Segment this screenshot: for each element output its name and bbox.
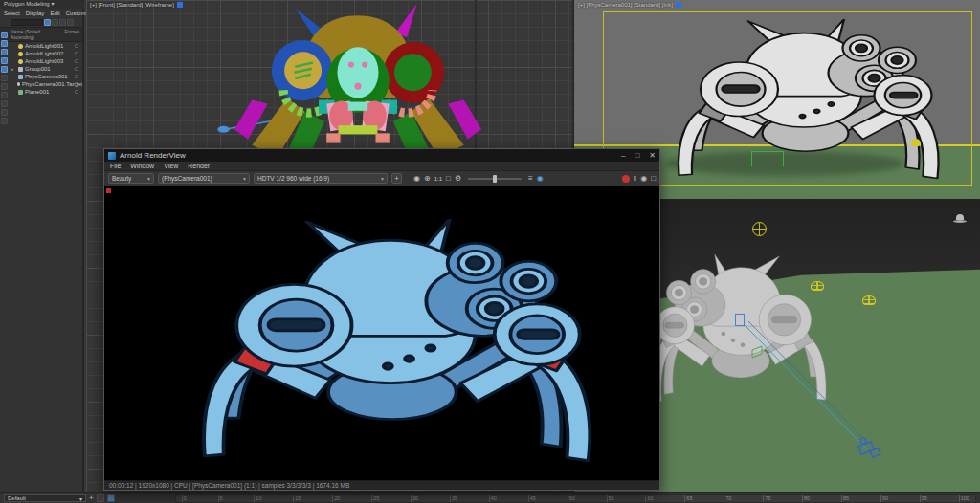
timeline-tick[interactable]: 85 [841,495,849,502]
settings-gear-icon[interactable]: ⚙ [455,173,461,184]
explorer-column-header[interactable]: Name (Sorted Ascending) Frozen [0,27,82,42]
settings-icon[interactable] [67,19,74,26]
pause-icon[interactable]: ‖ [634,173,636,184]
timeline-tick[interactable]: 45 [528,495,536,502]
frozen-toggle[interactable] [75,67,78,71]
timeline-tick[interactable]: 5 [218,495,223,502]
timeline-tick[interactable]: 80 [802,495,810,502]
list-item[interactable]: ArnoldLight003 [10,57,82,65]
frozen-toggle[interactable] [75,82,78,86]
filter-bones-icon[interactable] [1,100,8,107]
list-item[interactable]: PhysCamera001.Target [10,80,82,88]
aov-dropdown[interactable]: Beauty▾ [108,173,154,184]
slider-handle[interactable] [493,175,497,183]
zoom-level-button[interactable]: 1:1 [434,176,442,182]
explorer-search-input[interactable] [11,19,43,26]
timeline-tick[interactable]: 10 [254,495,261,502]
object-name[interactable]: ArnoldLight001 [25,43,63,49]
list-item[interactable]: ArnoldLight001 [10,42,82,50]
viewcube-home-icon[interactable] [953,214,967,223]
timeline-tick[interactable]: 65 [684,495,692,502]
filter-materials-icon[interactable] [1,118,8,124]
timeline-tick[interactable]: 75 [763,495,770,502]
renderview-menu-item[interactable]: Render [188,163,210,169]
timeline-tick[interactable]: 60 [645,495,653,502]
timeline-tick[interactable]: 55 [607,495,614,502]
timeline-tick[interactable]: 30 [411,495,418,502]
viewport-front-label[interactable]: [+] [Front] [Standard] [Wireframe] [90,2,174,8]
object-name[interactable]: Group001 [25,66,51,72]
object-name[interactable]: PhysCamera001 [25,74,68,79]
list-item[interactable]: ArnoldLight002 [10,50,82,57]
object-name[interactable]: ArnoldLight002 [25,51,63,56]
timeline-tick[interactable]: 40 [489,495,497,502]
renderview-menu-item[interactable]: Window [130,163,154,169]
maximize-button[interactable]: □ [635,151,639,160]
resolution-dropdown[interactable]: HDTV 1/2 960 wide (16:9)▾ [254,173,388,184]
timeline-tick[interactable]: 50 [568,495,575,502]
timeline-tick[interactable]: 25 [371,495,379,502]
snapshot-icon[interactable]: ◉ [640,173,647,184]
frozen-column-header[interactable]: Frozen [64,29,79,40]
explorer-menu-item[interactable]: Edit [50,11,59,16]
abort-render-button[interactable] [622,175,630,183]
filter-containers-icon[interactable] [1,109,8,116]
filter-spacewarps-icon[interactable] [1,75,8,81]
filter-lights-icon[interactable] [1,49,8,55]
minimize-button[interactable]: – [621,151,625,160]
viewport-camera-label[interactable]: [+] [PhysCamera001] [Standard] [Ink] [578,2,673,8]
frozen-toggle[interactable] [75,44,78,48]
timeline-trackbar[interactable]: 0510152025303540455055606570758085909510… [175,494,976,503]
timeline-tick[interactable]: 70 [724,495,731,502]
menu-icon[interactable]: ≡ [528,173,533,184]
timeline-tick[interactable]: 0 [182,495,187,502]
explorer-menu-item[interactable]: Display [26,11,45,16]
object-name[interactable]: Plane001 [25,89,49,95]
light-gizmo-icon[interactable] [862,295,876,305]
timeline-tick[interactable]: 35 [450,495,457,502]
isolate-icon[interactable] [107,494,115,502]
lock-icon[interactable] [52,19,58,26]
expand-arrow-icon[interactable]: ▸ [11,66,16,72]
layout-panel-icon[interactable]: □ [651,173,656,184]
filter-shapes-icon[interactable] [1,40,8,47]
filter-xrefs-icon[interactable] [1,92,8,98]
filter-geometry-icon[interactable] [1,32,8,38]
viewport-lock-icon[interactable] [177,2,183,8]
ipr-icon[interactable]: ◉ [537,173,544,184]
crop-region-handle[interactable] [106,188,111,193]
list-item[interactable]: ▸ Group001 [10,65,82,73]
renderview-menu-item[interactable]: File [110,163,121,169]
timeline-tick[interactable]: 90 [880,495,888,502]
light-gizmo-icon[interactable] [752,222,767,236]
display-all-icon[interactable] [44,19,51,26]
viewport-lock-icon[interactable] [676,2,681,8]
filter-cameras-icon[interactable] [1,57,8,64]
add-aov-button[interactable]: + [391,173,402,184]
frozen-toggle[interactable] [75,75,78,78]
timeline-tick[interactable]: 20 [332,495,340,502]
filter-groups-icon[interactable] [1,83,8,90]
add-button[interactable]: + [89,494,94,502]
object-name[interactable]: ArnoldLight003 [25,58,63,64]
ribbon-tab-polygon-modeling[interactable]: Polygon Modeling ▾ [4,1,54,7]
track-selection-icon[interactable]: ⊕ [424,173,431,184]
frozen-toggle[interactable] [75,90,78,94]
frozen-toggle[interactable] [75,52,78,55]
renderview-titlebar[interactable]: Arnold RenderView – □ ✕ [104,149,659,162]
camera-dropdown[interactable]: (PhysCamera001)▾ [158,173,250,184]
exposure-slider[interactable] [468,178,522,180]
edit-set-icon[interactable] [97,494,104,502]
snapshot-icon[interactable]: ◉ [413,173,420,184]
selection-set-dropdown[interactable]: Default ▾ [4,494,86,502]
light-gizmo-icon[interactable] [811,281,824,291]
list-item[interactable]: Plane001 [10,88,82,96]
fit-view-icon[interactable]: □ [446,173,451,184]
timeline-tick[interactable]: 95 [920,495,927,502]
filter-helpers-icon[interactable] [1,66,8,73]
name-column-header[interactable]: Name (Sorted Ascending) [11,29,64,40]
timeline-tick[interactable]: 15 [293,495,301,502]
pick-icon[interactable] [59,19,66,26]
explorer-menu-item[interactable]: Select [4,11,20,16]
close-button[interactable]: ✕ [649,151,656,160]
